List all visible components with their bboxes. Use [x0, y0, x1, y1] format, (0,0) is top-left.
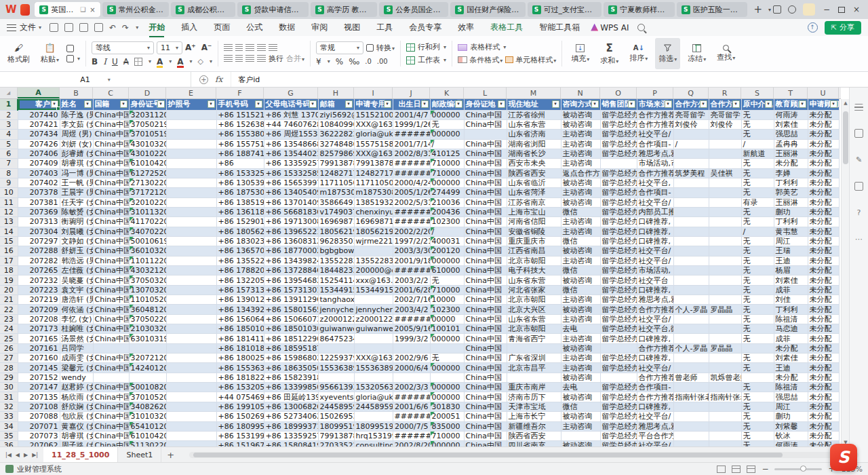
cell-G14[interactable]: +86 1396522100: [264, 227, 318, 236]
merge-button[interactable]: 合并▾: [286, 54, 304, 64]
cell-Q21[interactable]: [673, 295, 709, 305]
cell-J13[interactable]: ########: [393, 217, 430, 227]
redo-icon[interactable]: ↷: [122, 23, 129, 33]
cell-F9[interactable]: +86 13053983: [216, 178, 264, 187]
cell-C11[interactable]: China中国: [93, 197, 129, 207]
row-number[interactable]: 24: [0, 324, 18, 334]
cell-L11[interactable]: China中国: [464, 197, 507, 207]
cell-H8[interactable]: 124827175: [318, 168, 354, 178]
conditional-format-button[interactable]: 条件格式▾: [458, 55, 502, 65]
cell-N12[interactable]: 微信: [561, 207, 600, 216]
cell-S3[interactable]: 无: [741, 119, 774, 129]
cell-I27[interactable]: XXX@163.: [354, 354, 393, 363]
cell-M34[interactable]: 新疆维吾尔: [507, 421, 561, 431]
cell-R11[interactable]: [709, 197, 741, 207]
cell-N19[interactable]: 被动咨询: [561, 276, 600, 285]
cell-U17[interactable]: 未分配: [808, 256, 839, 265]
cell-U19[interactable]: 未分配: [808, 276, 839, 285]
cell-A14[interactable]: 207304: [18, 227, 60, 236]
minimize-button[interactable]: −: [822, 5, 831, 14]
cell-I5[interactable]: 155751588: [354, 139, 393, 149]
filter-dropdown-button[interactable]: ▾: [157, 100, 165, 108]
cell-I1[interactable]: 申请专用▾: [354, 99, 393, 110]
cell-S25[interactable]: 无: [741, 334, 774, 343]
cell-P26[interactable]: 合作方推荐: [637, 343, 673, 353]
cell-S29[interactable]: [741, 373, 774, 382]
cell-R9[interactable]: [709, 178, 741, 187]
cell-B3[interactable]: 李文茹 (女: [60, 119, 93, 129]
cell-F6[interactable]: +86 18874129: [216, 149, 264, 158]
zoom-out-button[interactable]: −: [762, 464, 768, 474]
cell-M29[interactable]: [507, 373, 561, 382]
cell-M7[interactable]: 西安市未央: [507, 159, 561, 168]
cell-K1[interactable]: 邮政编码▾: [430, 99, 464, 110]
cell-S33[interactable]: 无: [741, 412, 774, 421]
cell-N3[interactable]: 被动咨询: [561, 119, 600, 129]
cell-K14[interactable]: /: [430, 227, 464, 236]
cell-S7[interactable]: 无: [741, 159, 774, 168]
cell-O23[interactable]: 留学总经办: [600, 314, 637, 324]
cell-C18[interactable]: China中国: [93, 266, 129, 276]
cell-G19[interactable]: +86 1395468251: [264, 276, 318, 285]
cell-R22[interactable]: 罗晶晶: [709, 305, 741, 314]
cell-N18[interactable]: 微信: [561, 266, 600, 276]
menu-item[interactable]: 智能工具箱: [538, 20, 580, 35]
cell-J7[interactable]: ########: [393, 159, 430, 168]
cell-B13[interactable]: 衡琬明 (女: [60, 217, 93, 227]
column-header-H[interactable]: H: [318, 88, 354, 98]
align-left-icon[interactable]: [224, 55, 233, 62]
cell-P36[interactable]: 社交平台/: [637, 441, 673, 446]
cell-B12[interactable]: 陈敏赟 (女: [60, 207, 93, 216]
cell-E27[interactable]: [166, 354, 216, 363]
cell-A30[interactable]: 207147: [18, 383, 60, 392]
cell-R10[interactable]: [709, 188, 741, 197]
cell-O22[interactable]: 留学总经办: [600, 305, 637, 314]
cell-D1[interactable]: 身份证号▾: [129, 99, 166, 110]
cell-O29[interactable]: [600, 373, 637, 382]
cell-H6[interactable]: 825798695: [318, 149, 354, 158]
cell-L22[interactable]: China中国: [464, 305, 507, 314]
cell-F21[interactable]: +86 13901242: [216, 295, 264, 305]
cell-Q31[interactable]: 指南针张老: [673, 392, 709, 402]
file-tab[interactable]: S高学历 教授.xlsx: [311, 2, 377, 17]
cell-S19[interactable]: 无: [741, 276, 774, 285]
cell-T24[interactable]: 马恋迪: [774, 324, 808, 334]
cell-F29[interactable]: +86 18182281: [216, 373, 264, 382]
cell-D35[interactable]: 610104200212213421: [129, 431, 166, 440]
fill-color-button[interactable]: A: [157, 57, 163, 66]
cell-R28[interactable]: [709, 363, 741, 373]
paste-button[interactable]: 📋 粘贴▾: [37, 38, 62, 69]
cell-M1[interactable]: 现住地址▾: [507, 99, 561, 110]
cell-P9[interactable]: 社交平台,: [637, 178, 673, 187]
cell-L15[interactable]: China中国: [464, 236, 507, 246]
cell-K17[interactable]: 000000: [430, 256, 464, 265]
cell-L29[interactable]: China中国: [464, 373, 507, 382]
cell-O19[interactable]: 留学总经办: [600, 276, 637, 285]
cell-C16[interactable]: China中国: [93, 246, 129, 256]
cell-C30[interactable]: China中国: [93, 383, 129, 392]
cell-K5[interactable]: /: [430, 139, 464, 149]
filter-dropdown-button[interactable]: ▾: [421, 100, 429, 108]
cell-O34[interactable]: 留学总经办: [600, 421, 637, 431]
app-docs-icon[interactable]: [20, 4, 31, 16]
file-tab[interactable]: S公务员国企事业单: [379, 2, 448, 17]
cell-E15[interactable]: [166, 236, 216, 246]
cell-J14[interactable]: 2002/2/20: [393, 227, 430, 236]
cell-E7[interactable]: [166, 159, 216, 168]
cell-C13[interactable]: China中国: [93, 217, 129, 227]
cell-C31[interactable]: China中国: [93, 392, 129, 402]
file-tab[interactable]: S英国留学生❑×: [35, 2, 100, 17]
rows-cols-button[interactable]: 行和列▾: [406, 42, 446, 52]
sheet-tab[interactable]: 11_28_5_1000: [43, 447, 118, 462]
cell-B4[interactable]: 周煜 (男): [60, 130, 93, 139]
cell-U25[interactable]: 未分配: [808, 334, 839, 343]
cell-S14[interactable]: /: [741, 227, 774, 236]
cell-C32[interactable]: China中国: [93, 402, 129, 411]
cell-A1[interactable]: 客户id▾: [18, 99, 60, 110]
cell-O12[interactable]: 留学总经办: [600, 207, 637, 216]
cell-K25[interactable]: 000000: [430, 334, 464, 343]
cell-K12[interactable]: 200436: [430, 207, 464, 216]
cell-H22[interactable]: jennychen: [318, 305, 354, 314]
cell-K36[interactable]: 000000: [430, 441, 464, 446]
cell-A31[interactable]: 207135: [18, 392, 60, 402]
